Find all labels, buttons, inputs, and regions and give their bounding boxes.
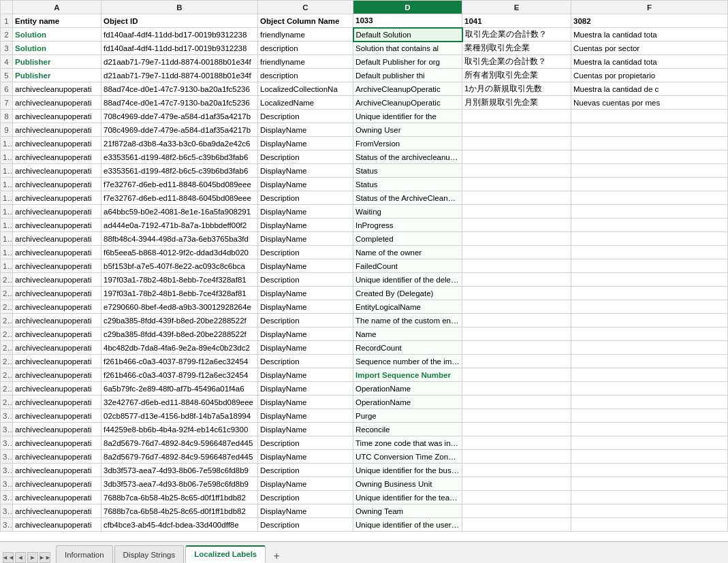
tab-nav-next[interactable]: ► xyxy=(27,552,38,563)
cell-b-34[interactable]: 3db3f573-aea7-4d93-8b06-7e598c6fd8b9 xyxy=(101,464,258,477)
cell-b-38[interactable]: cfb4bce3-ab45-4dcf-bdea-33d400dff8e xyxy=(101,518,258,532)
cell-e-4[interactable]: 取引先企業の合計数？ xyxy=(462,55,571,69)
cell-a-21[interactable]: archivecleanupoperati xyxy=(13,287,101,300)
cell-a-15[interactable]: archivecleanupoperati xyxy=(13,205,101,219)
cell-a-38[interactable]: archivecleanupoperati xyxy=(13,518,101,532)
cell-c-37[interactable]: DisplayName xyxy=(258,504,353,518)
cell-a-22[interactable]: archivecleanupoperati xyxy=(13,300,101,314)
cell-a-36[interactable]: archivecleanupoperati xyxy=(13,491,101,504)
cell-a-18[interactable]: archivecleanupoperati xyxy=(13,246,101,259)
cell-e-29[interactable] xyxy=(462,396,571,409)
cell-a-6[interactable]: archivecleanupoperati xyxy=(13,82,101,96)
tab-localized-labels[interactable]: Localized Labels xyxy=(185,545,266,563)
cell-d-13[interactable]: Status xyxy=(353,178,462,191)
cell-d-32[interactable]: Time zone code that was in use when the … xyxy=(353,436,462,450)
cell-c-17[interactable]: DisplayName xyxy=(258,232,353,246)
cell-b-23[interactable]: c29ba385-8fdd-439f-b8ed-20be2288522f xyxy=(101,314,258,327)
cell-c-3[interactable]: description xyxy=(258,42,353,55)
cell-d-28[interactable]: OperationName xyxy=(353,382,462,396)
cell-e-25[interactable] xyxy=(462,341,571,355)
cell-a-4[interactable]: Publisher xyxy=(13,55,101,69)
cell-c-21[interactable]: DisplayName xyxy=(258,287,353,300)
cell-f-32[interactable] xyxy=(571,436,728,450)
cell-a-35[interactable]: archivecleanupoperati xyxy=(13,477,101,491)
col-header-d[interactable]: D xyxy=(353,1,462,14)
cell-e-19[interactable] xyxy=(462,259,571,273)
cell-c-22[interactable]: DisplayName xyxy=(258,300,353,314)
cell-d-14[interactable]: Status of the ArchiveCleanupOperation xyxy=(353,191,462,205)
cell-a-3[interactable]: Solution xyxy=(13,42,101,55)
cell-a-34[interactable]: archivecleanupoperati xyxy=(13,464,101,477)
cell-b-22[interactable]: e7290660-8bef-4ed8-a9b3-30012928264e xyxy=(101,300,258,314)
cell-c-14[interactable]: Description xyxy=(258,191,353,205)
cell-c-33[interactable]: DisplayName xyxy=(258,450,353,464)
col-header-e[interactable]: E xyxy=(462,1,571,14)
cell-d-19[interactable]: FailedCount xyxy=(353,259,462,273)
cell-d-29[interactable]: OperationName xyxy=(353,396,462,409)
cell-f-18[interactable] xyxy=(571,246,728,259)
cell-a-24[interactable]: archivecleanupoperati xyxy=(13,327,101,341)
cell-c-15[interactable]: DisplayName xyxy=(258,205,353,219)
cell-c-24[interactable]: DisplayName xyxy=(258,327,353,341)
cell-e-15[interactable] xyxy=(462,205,571,219)
cell-d-24[interactable]: Name xyxy=(353,327,462,341)
cell-f-4[interactable]: Muestra la cantidad tota xyxy=(571,55,728,69)
cell-f-20[interactable] xyxy=(571,273,728,287)
cell-c-29[interactable]: DisplayName xyxy=(258,396,353,409)
cell-d-22[interactable]: EntityLogicalName xyxy=(353,300,462,314)
cell-b-21[interactable]: 197f03a1-78b2-48b1-8ebb-7ce4f328af81 xyxy=(101,287,258,300)
tab-nav-prev[interactable]: ◄ xyxy=(15,552,26,563)
cell-d-26[interactable]: Sequence number of the import that creat… xyxy=(353,355,462,368)
cell-f-19[interactable] xyxy=(571,259,728,273)
cell-a-14[interactable]: archivecleanupoperati xyxy=(13,191,101,205)
cell-e-2[interactable]: 取引先企業の合計数？ xyxy=(462,28,571,42)
cell-c-31[interactable]: DisplayName xyxy=(258,423,353,436)
cell-d-8[interactable]: Unique identifier for the xyxy=(353,110,462,123)
cell-c-10[interactable]: DisplayName xyxy=(258,137,353,150)
cell-a-29[interactable]: archivecleanupoperati xyxy=(13,396,101,409)
cell-a-31[interactable]: archivecleanupoperati xyxy=(13,423,101,436)
cell-a-28[interactable]: archivecleanupoperati xyxy=(13,382,101,396)
cell-a-5[interactable]: Publisher xyxy=(13,69,101,82)
col-header-a[interactable]: A xyxy=(13,1,101,14)
cell-e-6[interactable]: 1か月の新規取引先数 xyxy=(462,82,571,96)
cell-a-2[interactable]: Solution xyxy=(13,28,101,42)
cell-f-24[interactable] xyxy=(571,327,728,341)
cell-d-36[interactable]: Unique identifier for the team that owns… xyxy=(353,491,462,504)
cell-c-35[interactable]: DisplayName xyxy=(258,477,353,491)
cell-a-26[interactable]: archivecleanupoperati xyxy=(13,355,101,368)
cell-f-35[interactable] xyxy=(571,477,728,491)
cell-f-17[interactable] xyxy=(571,232,728,246)
cell-d-12[interactable]: Status xyxy=(353,164,462,178)
cell-c-2[interactable]: friendlyname xyxy=(258,28,353,42)
header-1033[interactable]: 1033 xyxy=(353,14,462,28)
cell-b-6[interactable]: 88ad74ce-d0e1-47c7-9130-ba20a1fc5236 xyxy=(101,82,258,96)
cell-a-10[interactable]: archivecleanupoperati xyxy=(13,137,101,150)
cell-a-30[interactable]: archivecleanupoperati xyxy=(13,409,101,423)
cell-e-33[interactable] xyxy=(462,450,571,464)
header-entity-name[interactable]: Entity name xyxy=(13,14,101,28)
cell-c-6[interactable]: LocalizedCollectionNa xyxy=(258,82,353,96)
tab-display-strings[interactable]: Display Strings xyxy=(114,545,185,563)
cell-c-25[interactable]: DisplayName xyxy=(258,341,353,355)
cell-f-11[interactable] xyxy=(571,150,728,164)
cell-b-20[interactable]: 197f03a1-78b2-48b1-8ebb-7ce4f328af81 xyxy=(101,273,258,287)
cell-e-23[interactable] xyxy=(462,314,571,327)
cell-f-12[interactable] xyxy=(571,164,728,178)
cell-b-29[interactable]: 32e42767-d6eb-ed11-8848-6045bd089eee xyxy=(101,396,258,409)
col-header-c[interactable]: C xyxy=(258,1,353,14)
cell-a-12[interactable]: archivecleanupoperati xyxy=(13,164,101,178)
cell-c-12[interactable]: DisplayName xyxy=(258,164,353,178)
cell-b-4[interactable]: d21aab71-79e7-11dd-8874-00188b01e34f xyxy=(101,55,258,69)
cell-e-17[interactable] xyxy=(462,232,571,246)
cell-d-9[interactable]: Owning User xyxy=(353,123,462,137)
cell-e-16[interactable] xyxy=(462,219,571,232)
add-sheet-button[interactable]: + xyxy=(270,549,283,563)
cell-a-25[interactable]: archivecleanupoperati xyxy=(13,341,101,355)
cell-c-27[interactable]: DisplayName xyxy=(258,368,353,382)
cell-e-35[interactable] xyxy=(462,477,571,491)
header-object-col-name[interactable]: Object Column Name xyxy=(258,14,353,28)
cell-b-13[interactable]: f7e32767-d6eb-ed11-8848-6045bd089eee xyxy=(101,178,258,191)
cell-a-23[interactable]: archivecleanupoperati xyxy=(13,314,101,327)
cell-b-18[interactable]: f6b5eea5-b868-4012-9f2c-ddad3d4db020 xyxy=(101,246,258,259)
